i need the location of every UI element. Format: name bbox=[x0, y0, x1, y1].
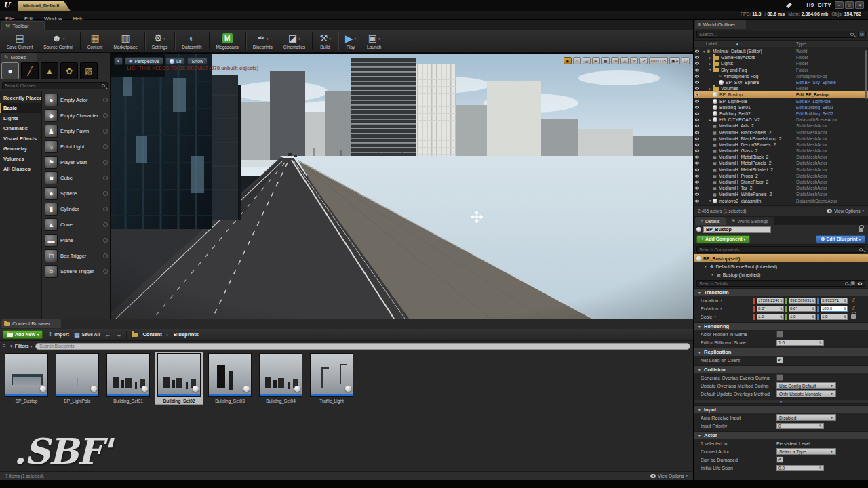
search-details-input[interactable]: Search Details ▦ bbox=[696, 280, 865, 287]
input-priority-field[interactable]: 0⇅ bbox=[776, 423, 824, 429]
close-button[interactable]: ✕ bbox=[855, 1, 864, 9]
expander-icon[interactable]: ▸ bbox=[708, 87, 713, 91]
spinner-icon[interactable]: ⇅ bbox=[844, 306, 846, 310]
toolbar-play[interactable]: ▶▾Play bbox=[340, 32, 361, 50]
lit-mode-button[interactable]: Lit bbox=[165, 57, 185, 65]
drag-handle-icon[interactable] bbox=[103, 98, 108, 102]
outliner-row-mediumh-whitepanels-2[interactable]: ▦MediumH_WhitePanels_2StaticMeshActor bbox=[694, 191, 868, 197]
drag-handle-icon[interactable] bbox=[103, 207, 108, 211]
category-lights[interactable]: Lights bbox=[0, 113, 41, 123]
placeable-cylinder[interactable]: ▮Cylinder bbox=[43, 201, 109, 217]
search-components-input[interactable]: Search Components bbox=[696, 246, 865, 253]
visibility-eye-icon[interactable] bbox=[695, 56, 699, 59]
expander-icon[interactable]: ▸ bbox=[708, 118, 713, 122]
view-options-button[interactable]: View Options ▾ bbox=[650, 474, 688, 479]
category-geometry[interactable]: Geometry bbox=[0, 144, 41, 154]
camera-speed-button[interactable]: ▣4 bbox=[669, 57, 680, 64]
rotation-z-field[interactable]: 180.0⇅ bbox=[821, 306, 848, 312]
edit-blueprint-button[interactable]: ⚙ Edit Blueprint ▾ bbox=[816, 235, 865, 243]
visibility-eye-icon[interactable] bbox=[695, 62, 699, 65]
visibility-eye-icon[interactable] bbox=[695, 193, 699, 196]
outliner-row-bp-lightpole[interactable]: BP_LightPoleEdit BP_LightPole bbox=[694, 98, 868, 104]
update-overlaps-dropdown[interactable]: Use Config Default▼ bbox=[776, 382, 836, 389]
visibility-eye-icon[interactable] bbox=[695, 137, 699, 140]
billboard-scale-field[interactable]: 1.0⇅ bbox=[776, 340, 824, 346]
section-collision[interactable]: ▾Collision bbox=[694, 365, 868, 373]
toolbar-source-control[interactable]: ☻▾Source Control bbox=[38, 32, 78, 50]
edit-blueprint-link[interactable]: Edit Building_Set02 bbox=[796, 111, 868, 116]
component-scene-root[interactable]: ▾ ◆ DefaultSceneRoot (Inherited) bbox=[694, 262, 868, 270]
visibility-eye-icon[interactable] bbox=[695, 144, 699, 146]
restore-button[interactable]: □ bbox=[845, 1, 854, 9]
toolbar-settings[interactable]: ⚙▾Settings bbox=[146, 32, 174, 50]
search-classes-input[interactable]: Search Classes bbox=[2, 82, 108, 89]
edit-blueprint-link[interactable]: Edit BP_LightPole bbox=[796, 99, 868, 104]
outliner-row-minimal-default-editor-[interactable]: ▾⊕Minimal_Default (Editor)World bbox=[694, 48, 868, 54]
placeable-sphere[interactable]: ●Sphere bbox=[43, 186, 109, 201]
modes-tab[interactable]: ✎ Modes bbox=[1, 53, 37, 62]
auto-receive-input-dropdown[interactable]: Disabled▼ bbox=[776, 414, 836, 421]
rotation-x-field[interactable]: 0.0°⇅ bbox=[757, 306, 784, 312]
generate-overlap-checkbox[interactable] bbox=[776, 374, 783, 381]
breadcrumb-content[interactable]: Content bbox=[142, 331, 161, 338]
show-flags-button[interactable]: Show bbox=[187, 57, 208, 65]
outliner-row-mediumh-stonefloor-2[interactable]: ▦MediumH_StoneFloor_2StaticMeshActor bbox=[694, 179, 868, 185]
grid-snap-toggle-button[interactable]: ▦ bbox=[601, 57, 610, 64]
dropdown-caret-icon[interactable]: ▾ bbox=[267, 37, 269, 41]
drag-handle-icon[interactable] bbox=[103, 176, 108, 180]
grid-view-icon[interactable]: ▦ bbox=[850, 281, 855, 286]
outliner-row-mediumh-metalstriated-2[interactable]: ▦MediumH_MetalStriated_2StaticMeshActor bbox=[694, 167, 868, 173]
toolbar-megascans[interactable]: MMegascans bbox=[211, 32, 244, 50]
placeable-empty-pawn[interactable]: ♟Empty Pawn bbox=[43, 123, 109, 139]
asset-thumbnail[interactable] bbox=[106, 353, 150, 396]
outliner-row-mediumh-tar-2[interactable]: ▦MediumH_Tar_2StaticMeshActor bbox=[694, 185, 868, 191]
scale-z-field[interactable]: 1.0⇅ bbox=[821, 314, 848, 320]
outliner-row-gameplayactors[interactable]: ▸GamePlayActorsFolder bbox=[694, 54, 868, 60]
convert-actor-dropdown[interactable]: Select a Type▼ bbox=[776, 448, 836, 455]
eye-icon[interactable] bbox=[858, 282, 862, 285]
outliner-row-neotoyo2-datasmith[interactable]: ▾neotoyo2_datasmithDatasmithSceneActor bbox=[694, 198, 868, 204]
expander-icon[interactable]: ▾ bbox=[708, 68, 713, 72]
foliage-mode-button[interactable]: ✿ bbox=[60, 62, 78, 79]
viewport[interactable]: ▾ ◆ Perspective Lit Show LIGHTING NEEDS … bbox=[111, 54, 693, 319]
location-x-field[interactable]: 17283.2246⇅ bbox=[757, 298, 784, 304]
dropdown-caret-icon[interactable]: ▾ bbox=[164, 37, 166, 41]
maximize-viewport-button[interactable]: ▢ bbox=[682, 57, 690, 64]
toolbar-marketplace[interactable]: ▥Marketplace bbox=[108, 32, 142, 50]
drag-handle-icon[interactable] bbox=[103, 160, 108, 165]
drag-handle-icon[interactable] bbox=[103, 222, 108, 227]
drag-handle-icon[interactable] bbox=[103, 113, 108, 118]
section-transform[interactable]: ▾Transform bbox=[694, 288, 868, 296]
visibility-eye-icon[interactable] bbox=[695, 131, 699, 134]
content-browser-tab[interactable]: Content Browser bbox=[1, 319, 61, 328]
outliner-row-mediumh-ads-2[interactable]: ▦MediumH_Ads_2StaticMeshActor bbox=[694, 123, 868, 129]
category-all-classes[interactable]: All Classes bbox=[0, 164, 41, 174]
add-component-button[interactable]: + Add Component ▾ bbox=[696, 235, 750, 243]
viewport-canvas[interactable] bbox=[111, 54, 693, 319]
placeable-cone[interactable]: ▲Cone bbox=[43, 217, 109, 232]
world-space-toggle-button[interactable]: ⊕ bbox=[592, 57, 600, 64]
viewport-options-button[interactable]: ▾ bbox=[114, 57, 123, 65]
scale-lock-icon[interactable] bbox=[851, 314, 856, 319]
section-actor[interactable]: ▾Actor bbox=[694, 431, 868, 439]
asset-traffic-light[interactable]: Traffic_Light bbox=[308, 352, 355, 404]
outliner-row-h9-cityroad-v2[interactable]: ▸H9_CITYROAD_V2DatasmithSceneActor bbox=[694, 117, 868, 123]
expander-icon[interactable]: ▸ bbox=[708, 56, 713, 60]
life-span-field[interactable]: 0.0⇅ bbox=[776, 465, 824, 471]
outliner-row-mediumh-decorgpanels-2[interactable]: ▦MediumH_DecorGPanels_2StaticMeshActor bbox=[694, 142, 868, 148]
outliner-row-lights[interactable]: ▸LightsFolder bbox=[694, 60, 868, 66]
place-mode-button[interactable]: ● bbox=[1, 62, 19, 79]
edit-blueprint-link[interactable]: Edit BP_Sky_Sphere bbox=[796, 80, 868, 85]
outliner-row-bp-bustop[interactable]: BP_BustopEdit BP_Bustop bbox=[694, 92, 868, 98]
outliner-row-mediumh-props-2[interactable]: ▦MediumH_Props_2StaticMeshActor bbox=[694, 173, 868, 179]
save-all-button[interactable]: ▤ Save All bbox=[74, 331, 100, 338]
placeable-sphere-trigger[interactable]: ○Sphere Trigger bbox=[43, 264, 109, 279]
spinner-icon[interactable]: ⇅ bbox=[780, 314, 783, 319]
placeable-player-start[interactable]: ⚑Player Start bbox=[43, 155, 109, 170]
toolbar-save-current[interactable]: ▤Save Current bbox=[1, 32, 38, 50]
outliner-row-bp-sky-sphere[interactable]: BP_Sky_SphereEdit BP_Sky_Sphere bbox=[694, 79, 868, 85]
spinner-icon[interactable]: ⇅ bbox=[780, 306, 783, 310]
grid-snap-size-button[interactable]: 10 bbox=[611, 57, 620, 64]
asset-thumbnail[interactable] bbox=[157, 353, 201, 396]
visibility-eye-icon[interactable] bbox=[695, 94, 699, 96]
